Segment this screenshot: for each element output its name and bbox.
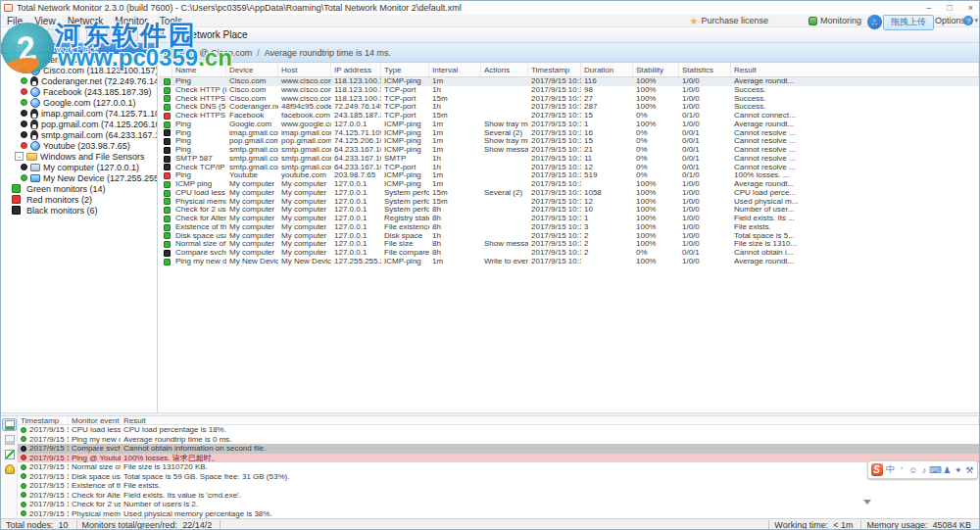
toolbox-icon[interactable]: ⚒ — [964, 463, 974, 476]
journal-row[interactable]: 2017/9/15 1... Disk space usag... Total … — [18, 472, 979, 482]
toolbar-icon[interactable] — [125, 28, 138, 41]
journal-column-header[interactable]: Timestamp — [18, 416, 69, 424]
account-icon[interactable]: ♟ — [942, 463, 952, 476]
toolbar-icon[interactable] — [27, 28, 40, 41]
tree-item[interactable]: - Black monitors (6) — [1, 205, 157, 216]
close-button[interactable]: × — [968, 3, 973, 13]
table-row[interactable]: Ping my new de... My New Device My New D… — [159, 258, 979, 266]
language-mode-icon[interactable]: 中 — [885, 463, 895, 476]
journal-row[interactable]: 2017/9/15 1... Normal size of t... File … — [18, 462, 979, 472]
minimize-button[interactable]: – — [926, 3, 931, 13]
sogou-logo-icon[interactable]: S — [871, 463, 883, 476]
share-upload-icon[interactable]: ∴ — [867, 15, 882, 29]
column-header[interactable]: Duration — [581, 63, 633, 76]
table-row[interactable]: SMTP 587 smtp.gmail.com smtp.gmail.com 6… — [159, 155, 979, 164]
journal-tab[interactable] — [2, 462, 17, 475]
maximize-button[interactable]: □ — [947, 3, 952, 13]
journal-column-header[interactable]: Monitor event — [69, 416, 121, 424]
tree-item[interactable]: - My New Device (127.255.255.254) — [1, 172, 157, 183]
skin-icon[interactable]: ✦ — [954, 463, 963, 476]
voice-input-icon[interactable]: ♪ — [919, 463, 929, 476]
column-header[interactable]: Result — [731, 63, 979, 76]
journal-tab[interactable] — [2, 433, 17, 446]
menu-item[interactable]: View — [28, 16, 62, 26]
journal-row[interactable]: 2017/9/15 1... Physical memor... Used ph… — [18, 509, 979, 519]
journal-tab[interactable] — [2, 418, 17, 431]
punctuation-icon[interactable]: ’ — [897, 463, 906, 476]
table-row[interactable]: CPU load less t... My computer My comput… — [159, 189, 979, 198]
tree-expander[interactable]: - — [3, 44, 12, 53]
table-row[interactable]: ICMP ping My computer My computer 127.0.… — [159, 180, 979, 189]
tree-item[interactable]: - Cisco.com (118.123.100.157) — [1, 65, 157, 75]
table-row[interactable]: Check HTTPS (4... Cisco.com www.cisco.co… — [159, 95, 979, 104]
tree-item[interactable]: - Google.com (127.0.0.1) — [1, 97, 157, 108]
column-header[interactable]: Timestamp — [528, 63, 581, 76]
toolbar-icon[interactable] — [47, 28, 60, 41]
table-row[interactable]: Check for Alter... My computer My comput… — [159, 215, 979, 223]
toolbar-icon[interactable] — [86, 28, 99, 41]
journal-row[interactable]: 2017/9/15 1... Ping @ Youtube... 100% lo… — [18, 454, 979, 463]
table-row[interactable]: Ping imap.gmail.com imap.gmail.com 74.12… — [159, 129, 979, 138]
scroll-down-arrow[interactable] — [863, 500, 871, 505]
toolbar-icon[interactable] — [67, 28, 79, 41]
tree-item[interactable]: - pop.gmail.com (74.125.206.108) — [1, 119, 157, 129]
table-row[interactable]: Check HTTPS (4... Facebook facebook.com … — [159, 112, 979, 120]
column-header[interactable]: Host — [278, 63, 331, 76]
table-row[interactable]: Ping Youtube youtube.com 203.98.7.65 ICM… — [159, 171, 979, 180]
tree-item[interactable]: - My Network Place — [1, 43, 157, 54]
toolbar-icon[interactable] — [106, 28, 119, 41]
table-row[interactable]: Check TCP/IP (25) smtp.gmail.com smtp.gm… — [159, 164, 979, 172]
help-menu-button[interactable]: ? ▾ — [963, 15, 978, 26]
column-header[interactable]: Stability — [633, 63, 679, 76]
tree-item[interactable]: - Red monitors (2) — [1, 194, 157, 205]
table-row[interactable]: Ping pop.gmail.com pop.gmail.com 74.125.… — [159, 137, 979, 146]
emoji-icon[interactable]: ☺ — [907, 463, 917, 476]
table-row[interactable]: Compare svchost My computer My computer … — [159, 249, 979, 258]
column-header[interactable]: Name — [172, 63, 226, 76]
tree-item[interactable]: - Coderanger.net (72.249.76.149) — [1, 75, 157, 86]
tree-item[interactable]: - smtp.gmail.com (64.233.167.109) — [1, 129, 157, 140]
toolbar-icon[interactable] — [8, 28, 21, 41]
journal-row[interactable]: 2017/9/15 1... Compare svcho... Cannot o… — [18, 444, 979, 454]
tree-item[interactable]: - My computer (127.0.0.1) — [1, 162, 157, 172]
journal-column-header[interactable]: Result — [121, 416, 979, 424]
tree-expander[interactable]: - — [15, 152, 24, 161]
column-header[interactable]: Type — [381, 63, 429, 76]
purchase-license-button[interactable]: ★ Purchase license — [689, 15, 768, 26]
status-column-header[interactable] — [159, 63, 172, 76]
tree-item[interactable]: - imap.gmail.com (74.125.71.109) — [1, 108, 157, 119]
tree-item[interactable]: - Facebook (243.185.187.39) — [1, 86, 157, 97]
journal-row[interactable]: 2017/9/15 1... Check for Alter... Field … — [18, 491, 979, 501]
journal-tab[interactable] — [2, 448, 17, 460]
menu-item[interactable]: Tools — [154, 16, 188, 26]
table-row[interactable]: Disk space usag... My computer My comput… — [159, 232, 979, 241]
tree-item[interactable]: - Youtube (203.98.7.65) — [1, 140, 157, 151]
journal-row[interactable]: 2017/9/15 1... Existence of th... File e… — [18, 481, 979, 491]
table-row[interactable]: Ping Google.com www.google.com 127.0.0.1… — [159, 120, 979, 129]
tree-item[interactable]: - Windows and File Sensors — [1, 151, 157, 162]
menu-item[interactable]: Monitor — [109, 16, 153, 26]
column-header[interactable]: Statistics — [679, 63, 731, 76]
table-row[interactable]: Normal size of t... My computer My compu… — [159, 240, 979, 249]
monitoring-toggle[interactable]: Monitoring — [808, 15, 861, 26]
table-row[interactable]: Ping smtp.gmail.com smtp.gmail.com 64.23… — [159, 146, 979, 155]
tree-item[interactable]: - Internet Sensors — [1, 54, 157, 65]
column-header[interactable]: IP address — [331, 63, 381, 76]
table-row[interactable]: Physical memor... My computer My compute… — [159, 198, 979, 207]
menu-item[interactable]: Network — [62, 16, 110, 26]
drag-upload-button[interactable]: 拖拽上传 — [883, 15, 934, 30]
column-header[interactable]: Actions — [481, 63, 528, 76]
table-row[interactable]: Ping Cisco.com www.cisco.com 118.123.100… — [159, 77, 979, 86]
table-row[interactable]: Check for 2 use... My computer My comput… — [159, 206, 979, 215]
tree-item[interactable]: - Green monitors (14) — [1, 183, 157, 194]
table-row[interactable]: Existence of th... My computer My comput… — [159, 223, 979, 232]
table-row[interactable]: Check DNS (53) Coderanger.net 48f94c95.c… — [159, 103, 979, 112]
tree-expander[interactable]: - — [15, 55, 24, 64]
column-header[interactable]: Device — [226, 63, 278, 76]
journal-row[interactable]: 2017/9/15 1... CPU load less t... CPU lo… — [18, 425, 979, 435]
menu-item[interactable]: File — [1, 16, 28, 26]
journal-row[interactable]: 2017/9/15 1... Check for 2 use... Number… — [18, 500, 979, 509]
table-row[interactable]: Check HTTP (80) Cisco.com www.cisco.com … — [159, 86, 979, 95]
journal-row[interactable]: 2017/9/15 1... Ping my new de... Average… — [18, 435, 979, 445]
column-header[interactable]: Interval — [429, 63, 481, 76]
